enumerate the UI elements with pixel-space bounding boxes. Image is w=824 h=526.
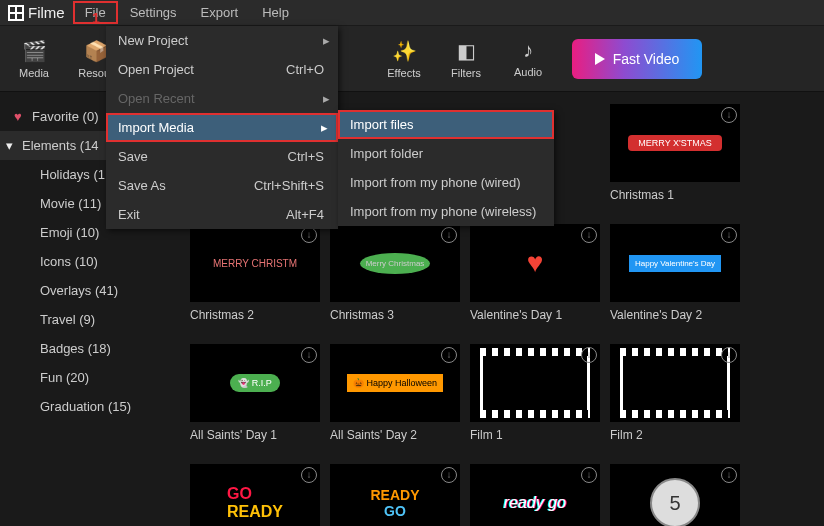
menu-export[interactable]: Export xyxy=(189,1,251,24)
element-thumbnail[interactable]: ready go ↓ xyxy=(470,464,600,526)
download-icon[interactable]: ↓ xyxy=(721,347,737,363)
tool-filters-label: Filters xyxy=(451,67,481,79)
dd-save[interactable]: SaveCtrl+S xyxy=(106,142,338,171)
download-icon[interactable]: ↓ xyxy=(581,227,597,243)
element-caption: All Saints' Day 1 xyxy=(190,428,320,442)
audio-icon: ♪ xyxy=(523,39,533,62)
element-thumbnail[interactable]: MERRY CHRISTM ↓ xyxy=(190,224,320,302)
element-card[interactable]: 👻 R.I.P ↓ All Saints' Day 1 xyxy=(190,344,320,442)
tool-audio[interactable]: ♪ Audio xyxy=(500,31,556,87)
element-thumbnail[interactable]: ↓ xyxy=(470,344,600,422)
dd-import-media[interactable]: Import Media xyxy=(106,113,338,142)
fast-video-button[interactable]: Fast Video xyxy=(572,39,702,79)
element-card[interactable]: ready go ↓ Ready Go 3 xyxy=(470,464,600,526)
dd-import-folder[interactable]: Import folder xyxy=(338,139,554,168)
element-caption: Christmas 1 xyxy=(610,188,740,202)
sidebar-overlays[interactable]: Overlays (41) xyxy=(0,276,175,305)
element-card[interactable]: Happy Valentine's Day ↓ Valentine's Day … xyxy=(610,224,740,322)
resources-icon: 📦 xyxy=(84,39,109,63)
download-icon[interactable]: ↓ xyxy=(441,227,457,243)
element-card[interactable]: READYGO ↓ Ready Go 2 xyxy=(330,464,460,526)
element-thumbnail[interactable]: 5 ↓ xyxy=(610,464,740,526)
download-icon[interactable]: ↓ xyxy=(721,107,737,123)
tool-media[interactable]: 🎬 Media xyxy=(6,31,62,87)
element-card[interactable]: Merry Christmas ↓ Christmas 3 xyxy=(330,224,460,322)
app-name: Filme xyxy=(28,4,65,21)
dd-save-as[interactable]: Save AsCtrl+Shift+S xyxy=(106,171,338,200)
tool-effects-label: Effects xyxy=(387,67,420,79)
download-icon[interactable]: ↓ xyxy=(441,467,457,483)
download-icon[interactable]: ↓ xyxy=(301,227,317,243)
element-thumbnail[interactable]: READYGO ↓ xyxy=(330,464,460,526)
download-icon[interactable]: ↓ xyxy=(721,227,737,243)
fast-video-label: Fast Video xyxy=(613,51,680,67)
element-card[interactable]: ↓ Film 1 xyxy=(470,344,600,442)
element-caption: Film 1 xyxy=(470,428,600,442)
menu-settings[interactable]: Settings xyxy=(118,1,189,24)
element-card[interactable]: GOREADY ↓ Ready Go 1 xyxy=(190,464,320,526)
menu-help[interactable]: Help xyxy=(250,1,301,24)
tool-effects[interactable]: ✨ Effects xyxy=(376,31,432,87)
download-icon[interactable]: ↓ xyxy=(441,347,457,363)
download-icon[interactable]: ↓ xyxy=(581,347,597,363)
app-logo: Filme xyxy=(6,4,73,21)
download-icon[interactable]: ↓ xyxy=(581,467,597,483)
element-thumbnail[interactable]: GOREADY ↓ xyxy=(190,464,320,526)
dd-open-recent: Open Recent xyxy=(106,84,338,113)
annotation-1: 1 xyxy=(92,10,100,26)
element-thumbnail[interactable]: ↓ xyxy=(610,344,740,422)
tool-audio-label: Audio xyxy=(514,66,542,78)
element-card[interactable]: MERRY X'STMAS ↓ Christmas 1 xyxy=(610,104,740,202)
tool-media-label: Media xyxy=(19,67,49,79)
tool-filters[interactable]: ◧ Filters xyxy=(438,31,494,87)
sidebar-badges[interactable]: Badges (18) xyxy=(0,334,175,363)
media-icon: 🎬 xyxy=(22,39,47,63)
effects-icon: ✨ xyxy=(392,39,417,63)
element-thumbnail[interactable]: 👻 R.I.P ↓ xyxy=(190,344,320,422)
dd-import-phone-wired[interactable]: Import from my phone (wired) xyxy=(338,168,554,197)
filme-logo-icon xyxy=(8,5,24,21)
dd-import-phone-wireless[interactable]: Import from my phone (wireless) xyxy=(338,197,554,226)
element-card[interactable]: 5 ↓ Countdown 1 xyxy=(610,464,740,526)
download-icon[interactable]: ↓ xyxy=(721,467,737,483)
element-thumbnail[interactable]: Happy Valentine's Day ↓ xyxy=(610,224,740,302)
sidebar-fun[interactable]: Fun (20) xyxy=(0,363,175,392)
dd-import-files[interactable]: Import files xyxy=(338,110,554,139)
sidebar-travel[interactable]: Travel (9) xyxy=(0,305,175,334)
sidebar-icons[interactable]: Icons (10) xyxy=(0,247,175,276)
play-icon xyxy=(595,53,605,65)
download-icon[interactable]: ↓ xyxy=(301,347,317,363)
element-caption: Valentine's Day 1 xyxy=(470,308,600,322)
sidebar-graduation[interactable]: Graduation (15) xyxy=(0,392,175,421)
title-bar: Filme File Settings Export Help xyxy=(0,0,824,26)
dd-open-project[interactable]: Open ProjectCtrl+O xyxy=(106,55,338,84)
menu-bar: File Settings Export Help xyxy=(73,1,301,24)
element-caption: All Saints' Day 2 xyxy=(330,428,460,442)
element-thumbnail[interactable]: Merry Christmas ↓ xyxy=(330,224,460,302)
download-icon[interactable]: ↓ xyxy=(301,467,317,483)
element-caption: Christmas 3 xyxy=(330,308,460,322)
filters-icon: ◧ xyxy=(457,39,476,63)
element-card[interactable]: 🎃 Happy Halloween ↓ All Saints' Day 2 xyxy=(330,344,460,442)
element-thumbnail[interactable]: 🎃 Happy Halloween ↓ xyxy=(330,344,460,422)
element-card[interactable]: ↓ Film 2 xyxy=(610,344,740,442)
element-caption: Christmas 2 xyxy=(190,308,320,322)
element-caption: Film 2 xyxy=(610,428,740,442)
element-card[interactable]: MERRY CHRISTM ↓ Christmas 2 xyxy=(190,224,320,322)
dd-new-project[interactable]: New Project xyxy=(106,26,338,55)
import-submenu: Import files Import folder Import from m… xyxy=(338,110,554,226)
element-caption: Valentine's Day 2 xyxy=(610,308,740,322)
dd-exit[interactable]: ExitAlt+F4 xyxy=(106,200,338,229)
element-thumbnail[interactable]: ♥ ↓ xyxy=(470,224,600,302)
element-thumbnail[interactable]: MERRY X'STMAS ↓ xyxy=(610,104,740,182)
element-card[interactable]: ♥ ↓ Valentine's Day 1 xyxy=(470,224,600,322)
file-dropdown: New Project Open ProjectCtrl+O Open Rece… xyxy=(106,26,338,229)
